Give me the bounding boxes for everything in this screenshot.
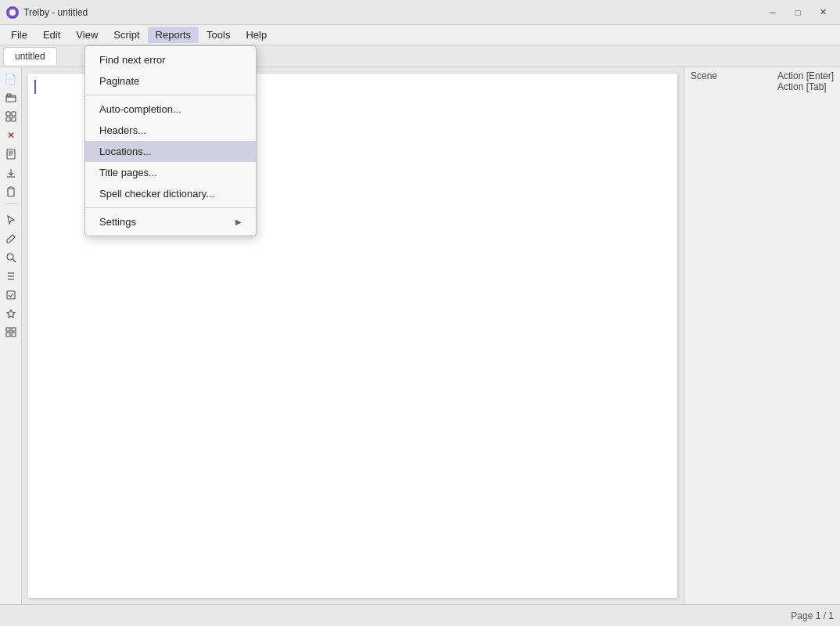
- paginate-label: Paginate: [99, 75, 139, 87]
- svg-rect-6: [7, 149, 15, 159]
- open-icon[interactable]: [2, 89, 20, 106]
- new-icon[interactable]: 📄: [2, 70, 20, 88]
- svg-rect-12: [9, 187, 13, 189]
- svg-rect-20: [12, 328, 16, 331]
- menu-script[interactable]: Script: [106, 27, 147, 43]
- title-bar-controls: ─ □ ✕: [762, 5, 834, 20]
- separator-1: [85, 95, 256, 95]
- right-info-header: Scene Action [Enter] Action [Tab]: [691, 70, 834, 92]
- menu-auto-completion[interactable]: Auto-completion...: [85, 99, 256, 120]
- search-icon[interactable]: [2, 249, 20, 266]
- svg-rect-19: [6, 328, 10, 331]
- svg-rect-4: [6, 117, 10, 121]
- menu-help[interactable]: Help: [238, 27, 275, 43]
- svg-rect-11: [8, 188, 14, 196]
- action-labels: Action [Enter] Action [Tab]: [777, 70, 834, 92]
- locations-label: Locations...: [99, 146, 152, 157]
- page-info: Page 1 / 1: [791, 610, 834, 621]
- grid-icon[interactable]: [2, 324, 20, 341]
- right-info-panel: Scene Action [Enter] Action [Tab]: [684, 67, 840, 604]
- menu-locations[interactable]: Locations...: [85, 141, 256, 162]
- title-bar: Trelby - untitled ─ □ ✕: [0, 0, 840, 25]
- download-icon[interactable]: [2, 164, 20, 182]
- menu-bar: File Edit View Script Reports Tools Help: [0, 25, 840, 45]
- text-cursor: [34, 80, 36, 94]
- star-icon[interactable]: [2, 305, 20, 322]
- maximize-button[interactable]: □: [787, 5, 809, 20]
- menu-settings[interactable]: Settings ▶: [85, 211, 256, 232]
- list-icon[interactable]: [2, 268, 20, 285]
- menu-paginate[interactable]: Paginate: [85, 70, 256, 92]
- separator-2: [85, 207, 256, 208]
- menu-file[interactable]: File: [3, 27, 35, 43]
- spell-checker-label: Spell checker dictionary...: [99, 188, 214, 200]
- action-enter-label: Action [Enter]: [777, 70, 834, 81]
- close-button[interactable]: ✕: [812, 5, 834, 20]
- format-icon[interactable]: [2, 108, 20, 125]
- svg-rect-18: [7, 291, 15, 299]
- menu-view[interactable]: View: [68, 27, 106, 43]
- clipboard-icon[interactable]: [2, 183, 20, 200]
- svg-point-13: [7, 254, 13, 260]
- menu-headers[interactable]: Headers...: [85, 120, 256, 141]
- menu-title-pages[interactable]: Title pages...: [85, 162, 256, 183]
- tab-untitled[interactable]: untitled: [3, 47, 57, 65]
- title-text: Trelby - untitled: [23, 7, 88, 18]
- svg-rect-3: [12, 112, 16, 116]
- scene-label: Scene: [691, 70, 717, 92]
- svg-rect-5: [12, 117, 16, 121]
- pen-icon[interactable]: [2, 230, 20, 247]
- find-next-error-label: Find next error: [99, 54, 166, 66]
- sidebar: 📄 ✕: [0, 67, 22, 604]
- error-icon[interactable]: ✕: [2, 127, 20, 144]
- menu-reports[interactable]: Reports: [148, 27, 199, 43]
- app-icon: [6, 6, 19, 19]
- auto-completion-label: Auto-completion...: [99, 103, 181, 115]
- menu-edit[interactable]: Edit: [35, 27, 68, 43]
- minimize-button[interactable]: ─: [762, 5, 784, 20]
- cursor-icon[interactable]: [2, 211, 20, 228]
- sep1: [4, 203, 18, 208]
- headers-label: Headers...: [99, 124, 146, 136]
- status-bar: Page 1 / 1: [0, 604, 840, 626]
- menu-tools[interactable]: Tools: [199, 27, 238, 43]
- menu-find-next-error[interactable]: Find next error: [85, 49, 256, 70]
- menu-spell-checker[interactable]: Spell checker dictionary...: [85, 183, 256, 204]
- check-icon[interactable]: [2, 286, 20, 304]
- title-pages-label: Title pages...: [99, 167, 157, 178]
- action-tab-label: Action [Tab]: [777, 81, 834, 92]
- svg-rect-2: [6, 112, 10, 116]
- svg-line-14: [13, 259, 16, 262]
- script-doc-icon[interactable]: [2, 146, 20, 163]
- svg-rect-22: [12, 333, 16, 336]
- settings-submenu-arrow: ▶: [235, 218, 242, 226]
- svg-rect-21: [6, 333, 10, 336]
- title-bar-left: Trelby - untitled: [6, 6, 88, 19]
- settings-label: Settings: [99, 216, 136, 228]
- script-menu: Find next error Paginate Auto-completion…: [84, 45, 257, 236]
